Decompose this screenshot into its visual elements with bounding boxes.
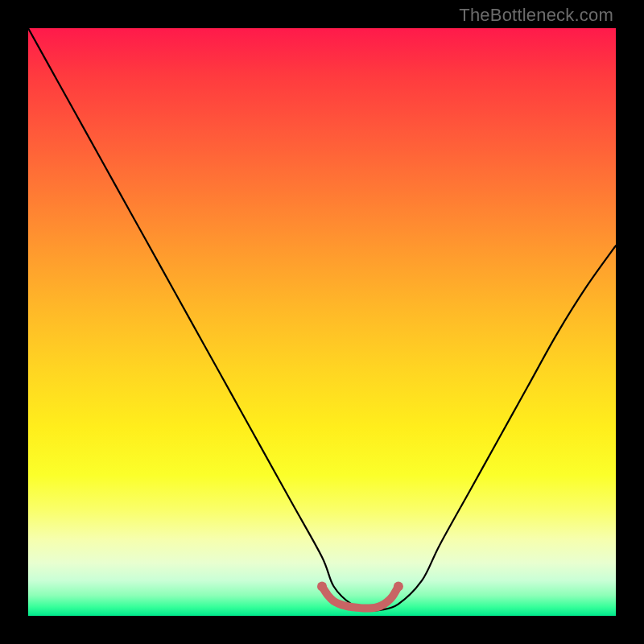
plot-area [28, 28, 616, 616]
watermark-text: TheBottleneck.com [459, 5, 613, 26]
chart-frame: TheBottleneck.com [0, 0, 644, 644]
chart-overlay [28, 28, 616, 616]
optimal-range-marker-path [322, 587, 398, 609]
optimal-range-end-dot [394, 582, 403, 592]
optimal-range-start-dot [317, 582, 327, 592]
bottleneck-curve-path [28, 28, 616, 611]
